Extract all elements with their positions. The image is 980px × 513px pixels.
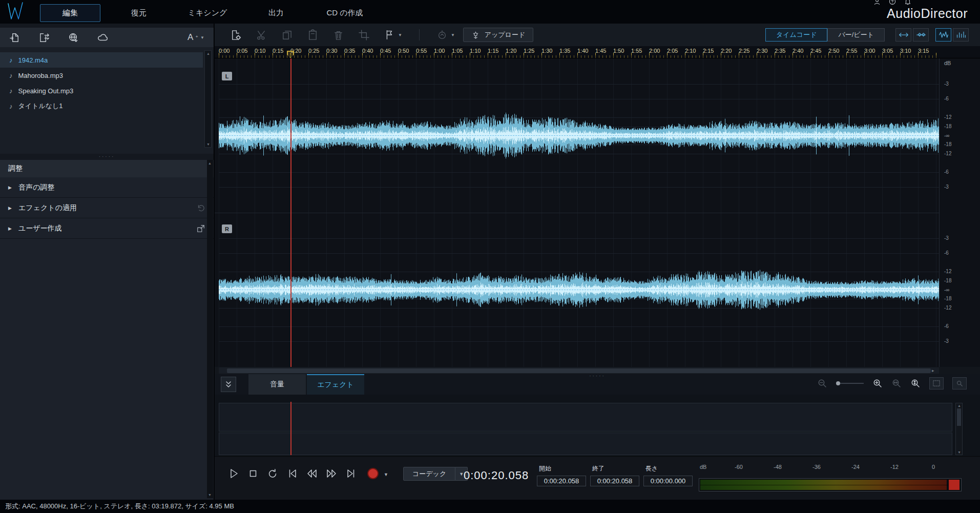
codec-label[interactable]: コーデック <box>403 467 455 481</box>
ruler-tick-label: 0:40 <box>362 48 373 54</box>
scroll-up-icon[interactable]: ▲ <box>208 161 212 165</box>
zoom-selection-icon[interactable] <box>929 377 944 389</box>
library-file-row[interactable]: ♪Mahoroba.mp3 <box>0 68 203 83</box>
rewind-button[interactable] <box>305 467 319 480</box>
record-button[interactable] <box>367 468 379 479</box>
zoom-slider[interactable] <box>836 381 864 385</box>
paste-icon[interactable] <box>307 29 319 41</box>
upload-button[interactable]: アップロード <box>463 28 534 42</box>
scrollbar-thumb[interactable] <box>957 408 961 426</box>
adjust-scrollbar[interactable]: ▲ ▼ <box>207 160 213 498</box>
scroll-down-icon[interactable]: ▼ <box>957 450 961 454</box>
record-options-icon[interactable]: ▼ <box>384 472 388 477</box>
adjust-item[interactable]: ▶ユーザー作成 <box>0 218 214 239</box>
db-scale-label: -3 <box>944 338 949 344</box>
ruler-tick-label: 1:45 <box>595 48 606 54</box>
library-scrollbar[interactable]: ▲ ▼ <box>204 50 212 148</box>
help-icon[interactable] <box>889 0 896 5</box>
upload-label: アップロード <box>485 30 526 39</box>
normalize-icon[interactable]: ▼ <box>436 29 455 40</box>
adjust-item[interactable]: ▶音声の調整 <box>0 177 214 198</box>
clip-properties-icon[interactable] <box>230 29 242 41</box>
sidebar: A⁺ ▼ ♪1942.m4a♪Mahoroba.mp3♪Speaking Out… <box>0 24 214 500</box>
lane-resize-handle[interactable]: ····· <box>589 373 606 379</box>
text-size-button[interactable]: A⁺ ▼ <box>187 32 204 43</box>
zoom-in-icon[interactable] <box>872 378 883 388</box>
zoom-slider-thumb[interactable] <box>836 381 840 385</box>
scrollbar-track[interactable] <box>219 367 939 374</box>
download-sound-icon[interactable] <box>68 32 79 44</box>
delete-icon[interactable] <box>332 29 344 41</box>
zoom-vertical-icon[interactable] <box>910 378 921 388</box>
user-account-icon[interactable] <box>873 0 881 5</box>
scroll-down-icon[interactable]: ▼ <box>208 493 212 497</box>
waveform-area[interactable]: L R dB -3-6-12-18-∞-18-12-6-3-3-6-12-18-… <box>215 58 980 367</box>
effect-track-row[interactable] <box>219 433 952 455</box>
lane-tab-1[interactable]: 音量 <box>248 374 306 395</box>
fast-forward-button[interactable] <box>325 467 338 480</box>
scrollbar-thumb[interactable] <box>227 368 931 373</box>
scroll-up-icon[interactable]: ▲ <box>206 52 210 55</box>
effects-scrollbar[interactable]: ▲ ▼ <box>955 403 963 455</box>
tab-4[interactable]: 出力 <box>246 5 306 22</box>
stretch-waveform-icon[interactable] <box>895 28 911 42</box>
panel-resize-handle[interactable]: ····· <box>0 154 214 160</box>
chevron-down-icon[interactable]: ▼ <box>451 33 455 37</box>
cut-icon[interactable] <box>256 29 267 41</box>
time-field-value[interactable]: 0:00:00.000 <box>643 476 693 486</box>
lane-tab-bar: ····· 音量エフェクト <box>215 374 980 395</box>
tab-3[interactable]: ミキシング <box>177 5 238 22</box>
spectrum-view-icon[interactable] <box>953 28 969 42</box>
ruler-tick-label: 2:55 <box>846 48 857 54</box>
scroll-up-icon[interactable]: ▲ <box>957 404 961 407</box>
view-toggle-2[interactable]: バー/ビート <box>827 28 885 42</box>
loop-button[interactable] <box>266 467 279 480</box>
zoom-out-icon[interactable] <box>817 378 827 388</box>
collapse-lane-button[interactable] <box>221 377 236 392</box>
zoom-horizontal-icon[interactable] <box>891 378 902 388</box>
lane-tab-2[interactable]: エフェクト <box>307 374 364 395</box>
go-to-end-button[interactable] <box>344 467 358 480</box>
library-file-row[interactable]: ♪Speaking Out.mp3 <box>0 83 203 98</box>
library-file-row[interactable]: ♪1942.m4a <box>0 52 203 68</box>
effect-track-row[interactable] <box>219 403 952 432</box>
go-to-start-button[interactable] <box>286 467 299 480</box>
notification-icon[interactable] <box>904 0 911 5</box>
expand-arrow-icon: ▶ <box>8 185 12 190</box>
ruler-tick-label: 0:50 <box>398 48 409 54</box>
scroll-right-icon[interactable]: ▸ <box>932 368 934 373</box>
ruler-tick-label: 2:35 <box>775 48 785 54</box>
effects-lane[interactable]: ▲ ▼ <box>215 395 980 456</box>
time-field-value[interactable]: 0:00:20.058 <box>537 476 586 486</box>
cloud-icon[interactable] <box>97 31 109 44</box>
ruler-tick-label: 2:45 <box>810 48 821 54</box>
tab-2[interactable]: 復元 <box>109 5 169 22</box>
zoom-region-icon[interactable] <box>952 377 967 389</box>
codec-button[interactable]: コーデック ▼ <box>403 467 468 481</box>
export-preset-icon[interactable] <box>196 224 205 233</box>
waveform-view-icon[interactable] <box>935 28 951 42</box>
ruler-tick-label: 0:10 <box>255 48 265 54</box>
keyframe-grid-icon[interactable] <box>913 28 929 42</box>
tab-1[interactable]: 編集 <box>40 4 100 22</box>
chevron-down-icon[interactable]: ▼ <box>398 33 402 37</box>
adjust-item[interactable]: ▶エフェクトの適用 <box>0 198 214 218</box>
time-field-value[interactable]: 0:00:20.058 <box>590 476 639 486</box>
play-button[interactable] <box>227 467 240 480</box>
marker-icon[interactable]: ▼ <box>384 29 402 40</box>
view-toggle-1[interactable]: タイムコード <box>765 28 828 42</box>
copy-icon[interactable] <box>281 29 293 41</box>
trim-icon[interactable] <box>358 29 370 41</box>
stop-button[interactable] <box>246 467 260 480</box>
import-media-icon[interactable] <box>9 32 21 44</box>
time-field-label: 終了 <box>592 464 640 473</box>
channel-badge-right: R <box>222 224 232 233</box>
tab-5[interactable]: CD の作成 <box>315 5 375 22</box>
undo-icon[interactable] <box>196 203 205 213</box>
timeline-ruler[interactable]: 0:000:050:100:150:200:250:300:350:400:45… <box>215 46 980 58</box>
export-media-icon[interactable] <box>38 32 50 44</box>
top-tabs: 編集復元ミキシング出力CD の作成 <box>40 4 375 22</box>
library-file-row[interactable]: ♪タイトルなし1 <box>0 98 203 114</box>
scroll-down-icon[interactable]: ▼ <box>206 142 210 146</box>
zoom-slider-track[interactable] <box>840 383 864 384</box>
